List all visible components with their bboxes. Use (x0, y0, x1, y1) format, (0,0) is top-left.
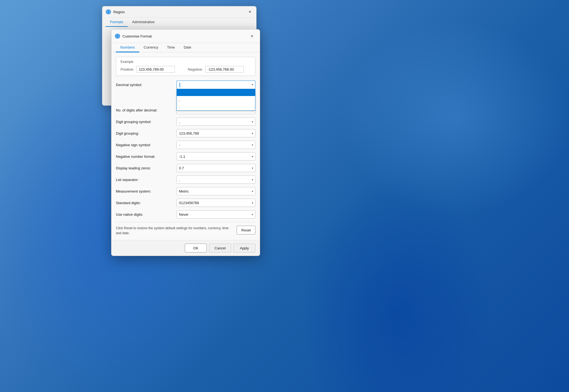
decimal-option-empty[interactable] (177, 89, 255, 96)
tab-currency[interactable]: Currency (139, 43, 163, 52)
leading-zeros-select[interactable]: 0.7 (177, 164, 255, 172)
standard-digits-row: Standard digits: 0123456789 ▾ (116, 198, 255, 207)
negative-number-format-select[interactable]: -1.1 (177, 152, 255, 161)
negative-sign-row: Negative sign symbol: - ▾ (116, 140, 255, 149)
native-digits-control[interactable]: Never ▾ (177, 210, 255, 218)
list-separator-label: List separator: (116, 178, 177, 182)
native-digits-select[interactable]: Never (177, 210, 255, 218)
region-tab-formats[interactable]: Formats (106, 18, 128, 27)
example-row: Positive: 123,456,789.00 Negative: -123,… (121, 66, 251, 73)
reset-button[interactable]: Reset (237, 226, 255, 234)
negative-sign-control[interactable]: - ▾ (177, 141, 255, 149)
digit-grouping-row: Digit grouping: 123,456,789 ▾ (116, 129, 255, 138)
negative-value: -123,456,789.00 (205, 66, 244, 73)
digit-grouping-control[interactable]: 123,456,789 ▾ (177, 129, 255, 137)
digit-grouping-symbol-label: Digit grouping symbol: (116, 120, 177, 124)
tab-date[interactable]: Date (179, 43, 196, 52)
leading-zeros-row: Display leading zeros: 0.7 ▾ (116, 164, 255, 172)
decimal-option-dot[interactable]: . (177, 103, 255, 110)
leading-zeros-label: Display leading zeros: (116, 166, 177, 170)
region-title: Region (113, 10, 241, 14)
digit-grouping-symbol-select[interactable]: , (177, 118, 255, 126)
customise-body: Example Positive: 123,456,789.00 Negativ… (111, 52, 260, 240)
list-separator-row: List separator: , ▾ (116, 175, 255, 184)
customise-titlebar: Customise Format ✕ (111, 30, 260, 43)
negative-number-format-label: Negative number format: (116, 154, 177, 159)
region-tabs: Formats Administrative (102, 18, 256, 27)
decimal-symbol-input[interactable] (177, 81, 255, 89)
decimal-symbol-row: Decimal symbol: ▾ , . (116, 80, 255, 89)
digit-grouping-label: Digit grouping: (116, 131, 177, 135)
native-digits-label: Use native digits: (116, 212, 177, 217)
standard-digits-label: Standard digits: (116, 201, 177, 205)
standard-digits-control[interactable]: 0123456789 ▾ (177, 199, 255, 207)
customise-dialog-title: Customise Format (122, 34, 245, 38)
region-tab-administrative[interactable]: Administrative (128, 18, 159, 27)
decimal-symbol-control[interactable]: ▾ , . (177, 81, 255, 89)
negative-example: Negative: -123,456,789.00 (188, 66, 251, 73)
ok-button[interactable]: OK (185, 244, 207, 252)
list-separator-select[interactable]: , (177, 175, 255, 184)
example-section: Example Positive: 123,456,789.00 Negativ… (116, 57, 255, 76)
standard-digits-select[interactable]: 0123456789 (177, 199, 255, 207)
digit-grouping-symbol-control[interactable]: , ▾ (177, 118, 255, 126)
customise-tabs: Numbers Currency Time Date (111, 43, 260, 52)
region-close-button[interactable]: ✕ (244, 7, 256, 16)
digit-grouping-symbol-row: Digit grouping symbol: , ▾ (116, 117, 255, 126)
dialog-footer: OK Cancel Apply (111, 240, 260, 256)
measurement-system-select[interactable]: Metric (177, 187, 255, 195)
apply-button[interactable]: Apply (233, 244, 255, 252)
positive-label: Positive: (121, 67, 134, 71)
customise-globe-icon (115, 33, 120, 39)
region-globe-icon (106, 9, 111, 15)
measurement-system-control[interactable]: Metric ▾ (177, 187, 255, 195)
reset-section: Click Reset to restore the system defaul… (116, 222, 255, 236)
decimal-symbol-label: Decimal symbol: (116, 83, 177, 87)
decimal-option-comma[interactable]: , (177, 96, 255, 103)
customise-dialog: Customise Format ✕ Numbers Currency Time… (111, 29, 260, 256)
negative-sign-select[interactable]: - (177, 141, 255, 149)
example-heading: Example (121, 60, 251, 64)
measurement-system-row: Measurement system: Metric ▾ (116, 187, 255, 196)
tab-numbers[interactable]: Numbers (116, 43, 139, 52)
reset-text: Click Reset to restore the system defaul… (116, 226, 232, 236)
positive-example: Positive: 123,456,789.00 (121, 66, 183, 73)
tab-time[interactable]: Time (163, 43, 179, 52)
positive-value: 123,456,789.00 (136, 66, 175, 73)
negative-number-format-control[interactable]: -1.1 ▾ (177, 152, 255, 161)
digit-grouping-select[interactable]: 123,456,789 (177, 129, 255, 137)
leading-zeros-control[interactable]: 0.7 ▾ (177, 164, 255, 172)
customise-close-button[interactable]: ✕ (248, 32, 257, 40)
list-separator-control[interactable]: , ▾ (177, 175, 255, 184)
negative-sign-label: Negative sign symbol: (116, 143, 177, 147)
text-cursor (180, 83, 180, 87)
native-digits-row: Use native digits: Never ▾ (116, 210, 255, 219)
negative-number-format-row: Negative number format: -1.1 ▾ (116, 152, 255, 161)
cancel-button[interactable]: Cancel (209, 244, 231, 252)
measurement-system-label: Measurement system: (116, 189, 177, 193)
region-titlebar: Region ✕ (102, 6, 256, 18)
negative-label: Negative: (188, 67, 203, 71)
digits-after-decimal-label: No. of digits after decimal: (116, 108, 177, 112)
decimal-symbol-dropdown[interactable]: , . (177, 89, 255, 111)
